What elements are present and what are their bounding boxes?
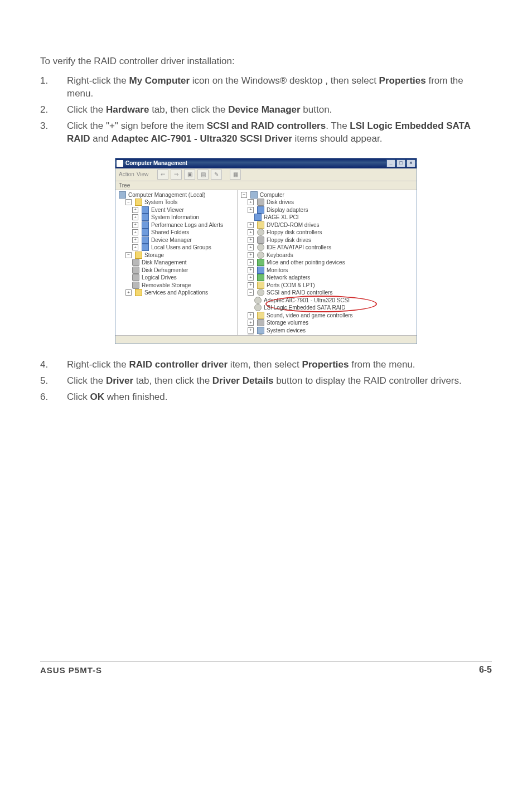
left-pane[interactable]: Computer Management (Local)−System Tools… (115, 190, 238, 335)
expand-icon[interactable]: + (248, 252, 254, 258)
expand-icon[interactable]: + (248, 312, 254, 318)
tree-icon (132, 259, 139, 266)
expand-icon[interactable]: − (125, 199, 132, 205)
tree-item[interactable]: Disk Defragmenter (119, 267, 236, 274)
tree-icon (257, 199, 264, 206)
tree-item[interactable]: +Services and Applications (119, 289, 236, 297)
expand-icon[interactable]: + (248, 327, 254, 334)
tree-item[interactable]: Disk Management (119, 259, 236, 267)
expand-icon[interactable]: + (132, 237, 138, 243)
tree-icon (142, 206, 149, 214)
right-pane[interactable]: −Computer+Disk drives+Display adaptersRA… (238, 190, 417, 335)
tree-icon (257, 312, 264, 319)
tree-item[interactable]: +System devices (241, 327, 415, 335)
tree-item[interactable]: −Storage (119, 252, 236, 259)
expand-icon[interactable]: + (248, 267, 254, 273)
footer-model: ASUS P5MT-S (40, 665, 102, 675)
expand-icon[interactable]: + (125, 289, 132, 296)
tree-icon (254, 297, 262, 304)
tree-icon (119, 191, 126, 199)
menu-view[interactable]: View (137, 171, 149, 177)
tree-item[interactable]: −SCSI and RAID controllers (241, 289, 415, 297)
tree-icon (250, 191, 258, 199)
tree-item[interactable]: +DVD/CD-ROM drives (241, 221, 415, 229)
toolbar-back-icon[interactable]: ⇐ (157, 170, 168, 180)
tree-icon (257, 282, 264, 289)
tree-item[interactable]: +Mice and other pointing devices (241, 259, 415, 267)
tree-header: Tree (115, 181, 417, 190)
expand-icon[interactable]: + (248, 229, 254, 235)
expand-icon[interactable]: + (248, 244, 254, 250)
menu-action[interactable]: Action (119, 171, 134, 177)
tree-item[interactable]: +Sound, video and game controllers (241, 312, 415, 320)
toolbar-btn4-icon[interactable]: ▦ (230, 170, 241, 180)
tree-item[interactable]: +Device Manager (119, 236, 236, 244)
window-computer-management: Computer Management _ □ × Action View ⇐ … (115, 158, 417, 344)
tree-item[interactable]: +Keyboards (241, 252, 415, 259)
tree-item[interactable]: +Network adapters (241, 274, 415, 282)
tree-item[interactable]: +Ports (COM & LPT) (241, 282, 415, 289)
tree-item[interactable]: +Local Users and Groups (119, 244, 236, 252)
tree-item[interactable]: Computer Management (Local) (119, 191, 236, 199)
tree-item[interactable]: +Shared Folders (119, 229, 236, 236)
tree-item[interactable]: Removable Storage (119, 282, 236, 289)
list-item: Right-click the RAID controller driver i… (40, 359, 492, 371)
tree-icon (257, 259, 264, 266)
tree-item[interactable]: +Performance Logs and Alerts (119, 221, 236, 229)
tree-icon (254, 304, 262, 311)
list-item: Click the Driver tab, then click the Dri… (40, 375, 492, 388)
window-title: Computer Management (125, 160, 187, 166)
expand-icon[interactable]: + (132, 207, 138, 213)
expand-icon[interactable]: − (248, 289, 254, 296)
toolbar-btn-icon[interactable]: ▣ (184, 170, 195, 180)
expand-icon[interactable]: + (132, 222, 138, 228)
toolbar-forward-icon[interactable]: ⇒ (171, 170, 182, 180)
screenshot: Computer Management _ □ × Action View ⇐ … (40, 158, 492, 344)
tree-item[interactable]: Logical Drives (119, 274, 236, 282)
expand-icon[interactable]: + (248, 274, 254, 281)
tree-item[interactable]: −System Tools (119, 199, 236, 206)
tree-icon (257, 229, 264, 236)
tree-icon (135, 252, 142, 259)
tree-item[interactable]: +Storage volumes (241, 319, 415, 327)
tree-item[interactable]: +System Information (119, 214, 236, 221)
close-button[interactable]: × (407, 160, 415, 167)
tree-item[interactable]: +Floppy disk controllers (241, 229, 415, 236)
tree-icon (142, 229, 149, 236)
expand-icon[interactable]: + (248, 320, 254, 326)
toolbar-btn2-icon[interactable]: ▤ (197, 170, 209, 180)
tree-item[interactable]: +Monitors (241, 267, 415, 274)
minimize-button[interactable]: _ (386, 160, 395, 167)
maximize-button[interactable]: □ (396, 160, 405, 167)
tree-item[interactable]: +Disk drives (241, 199, 415, 206)
tree-icon (257, 267, 264, 274)
expand-icon[interactable]: − (241, 192, 247, 198)
list-item: Right-click the My Computer icon on the … (40, 75, 492, 100)
list-item: Click OK when finished. (40, 391, 492, 404)
tree-icon (142, 214, 149, 221)
tree-item[interactable]: +Display adapters (241, 206, 415, 214)
tree-icon (254, 214, 262, 221)
tree-item[interactable]: LSI Logic Embedded SATA RAID (241, 304, 415, 312)
intro-text: To verify the RAID controller driver ins… (40, 56, 492, 67)
tree-item[interactable]: +IDE ATA/ATAPI controllers (241, 244, 415, 252)
expand-icon[interactable]: + (132, 244, 138, 250)
expand-icon[interactable]: + (248, 222, 254, 228)
expand-icon[interactable]: + (248, 259, 254, 265)
expand-icon[interactable]: + (248, 237, 254, 243)
tree-item[interactable]: RAGE XL PCI (241, 214, 415, 221)
tree-item[interactable]: −Computer (241, 191, 415, 199)
tree-item[interactable]: +Universal Serial Bus controllers (241, 334, 415, 335)
tree-item[interactable]: +Event Viewer (119, 206, 236, 214)
tree-item[interactable]: Adaptec AIC-7901 - Ultra320 SCSI (241, 297, 415, 305)
expand-icon[interactable]: + (132, 214, 138, 220)
expand-icon[interactable]: + (248, 199, 254, 205)
tree-item[interactable]: +Floppy disk drives (241, 236, 415, 244)
toolbar-btn3-icon[interactable]: ✎ (211, 170, 222, 180)
expand-icon[interactable]: − (125, 252, 132, 258)
expand-icon[interactable]: + (248, 207, 254, 213)
statusbar (115, 335, 417, 344)
expand-icon[interactable]: + (248, 282, 254, 288)
steps-top: Right-click the My Computer icon on the … (40, 75, 492, 146)
expand-icon[interactable]: + (132, 229, 138, 235)
